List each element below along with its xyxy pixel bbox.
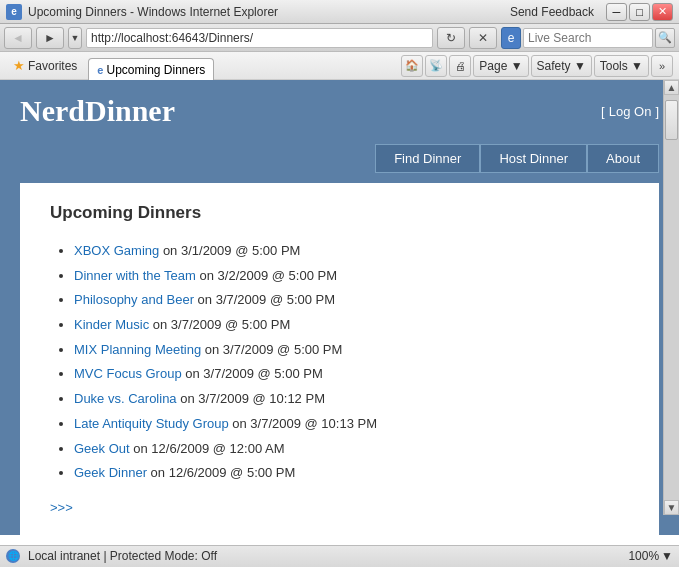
site-header: NerdDinner [ Log On ] [0, 80, 679, 138]
star-icon: ★ [13, 58, 25, 73]
scroll-track[interactable] [664, 95, 679, 500]
list-item: Geek Dinner on 12/6/2009 @ 5:00 PM [74, 461, 629, 486]
list-item: MVC Focus Group on 3/7/2009 @ 5:00 PM [74, 362, 629, 387]
search-input[interactable] [523, 28, 653, 48]
home-button[interactable]: 🏠 [401, 55, 423, 77]
section-title: Upcoming Dinners [50, 203, 629, 223]
page-wrapper: NerdDinner [ Log On ] Find Dinner Host D… [0, 80, 679, 535]
dinner-detail: on 3/7/2009 @ 10:12 PM [177, 391, 325, 406]
title-bar: e Upcoming Dinners - Windows Internet Ex… [0, 0, 679, 24]
tab-label: Upcoming Dinners [106, 63, 205, 77]
bracket-left: [ [601, 104, 605, 119]
bracket-right: ] [655, 104, 659, 119]
toolbar-row: ★ Favorites e Upcoming Dinners 🏠 📡 🖨 Pag… [0, 52, 679, 80]
status-text: Local intranet | Protected Mode: Off [28, 549, 217, 563]
dinner-list: XBOX Gaming on 3/1/2009 @ 5:00 PMDinner … [50, 239, 629, 486]
send-feedback-link[interactable]: Send Feedback [510, 5, 594, 19]
header-right: [ Log On ] [601, 104, 659, 119]
page-menu-button[interactable]: Page ▼ [473, 55, 528, 77]
browser-icon: e [6, 4, 22, 20]
tab-row: e Upcoming Dinners [88, 52, 397, 79]
more-tools-button[interactable]: » [651, 55, 673, 77]
favorites-label: Favorites [28, 59, 77, 73]
active-tab[interactable]: e Upcoming Dinners [88, 58, 214, 80]
dinner-detail: on 3/7/2009 @ 10:13 PM [229, 416, 377, 431]
forward-button[interactable]: ► [36, 27, 64, 49]
search-button[interactable]: 🔍 [655, 28, 675, 48]
list-item: MIX Planning Meeting on 3/7/2009 @ 5:00 … [74, 338, 629, 363]
address-input[interactable] [86, 28, 433, 48]
list-item: Philosophy and Beer on 3/7/2009 @ 5:00 P… [74, 288, 629, 313]
dinner-detail: on 3/7/2009 @ 5:00 PM [201, 342, 342, 357]
dinner-link[interactable]: Philosophy and Beer [74, 292, 194, 307]
dinner-link[interactable]: Geek Dinner [74, 465, 147, 480]
scroll-thumb[interactable] [665, 100, 678, 140]
zoom-level: 100% [628, 549, 659, 563]
search-container: e 🔍 [501, 27, 675, 49]
rss-button[interactable]: 📡 [425, 55, 447, 77]
dinner-detail: on 12/6/2009 @ 5:00 PM [147, 465, 295, 480]
scrollbar[interactable]: ▲ ▼ [663, 80, 679, 515]
back-button[interactable]: ◄ [4, 27, 32, 49]
restore-button[interactable]: □ [629, 3, 650, 21]
list-item: Dinner with the Team on 3/2/2009 @ 5:00 … [74, 264, 629, 289]
refresh-button[interactable]: ↻ [437, 27, 465, 49]
dinner-detail: on 3/7/2009 @ 5:00 PM [182, 366, 323, 381]
scroll-up-button[interactable]: ▲ [664, 80, 679, 95]
favorites-button[interactable]: ★ Favorites [6, 55, 84, 77]
dinner-link[interactable]: Geek Out [74, 441, 130, 456]
toolbar-icons: 🏠 📡 🖨 Page ▼ Safety ▼ Tools ▼ » [401, 55, 673, 77]
close-button[interactable]: ✕ [652, 3, 673, 21]
host-dinner-nav[interactable]: Host Dinner [480, 144, 587, 173]
more-link[interactable]: >>> [50, 500, 629, 515]
stop-button[interactable]: ✕ [469, 27, 497, 49]
zoom-control[interactable]: 100% ▼ [628, 549, 673, 563]
tools-menu-button[interactable]: Tools ▼ [594, 55, 649, 77]
safety-menu-button[interactable]: Safety ▼ [531, 55, 592, 77]
dinner-detail: on 3/7/2009 @ 5:00 PM [149, 317, 290, 332]
dinner-link[interactable]: Duke vs. Carolina [74, 391, 177, 406]
content-area: Upcoming Dinners XBOX Gaming on 3/1/2009… [20, 183, 659, 535]
dinner-detail: on 3/1/2009 @ 5:00 PM [159, 243, 300, 258]
dinner-link[interactable]: Dinner with the Team [74, 268, 196, 283]
dinner-link[interactable]: MVC Focus Group [74, 366, 182, 381]
window-controls: ─ □ ✕ [606, 3, 673, 21]
scroll-down-button[interactable]: ▼ [664, 500, 679, 515]
dropdown-button[interactable]: ▼ [68, 27, 82, 49]
dinner-link[interactable]: MIX Planning Meeting [74, 342, 201, 357]
dinner-detail: on 3/7/2009 @ 5:00 PM [194, 292, 335, 307]
window-title: Upcoming Dinners - Windows Internet Expl… [28, 5, 504, 19]
status-bar: 🌐 Local intranet | Protected Mode: Off 1… [0, 545, 679, 567]
list-item: Geek Out on 12/6/2009 @ 12:00 AM [74, 437, 629, 462]
site-title: NerdDinner [20, 94, 175, 128]
dinner-link[interactable]: Late Antiquity Study Group [74, 416, 229, 431]
list-item: Duke vs. Carolina on 3/7/2009 @ 10:12 PM [74, 387, 629, 412]
nav-bar: Find Dinner Host Dinner About [0, 138, 679, 173]
list-item: Late Antiquity Study Group on 3/7/2009 @… [74, 412, 629, 437]
address-bar: ◄ ► ▼ ↻ ✕ e 🔍 [0, 24, 679, 52]
tab-ie-icon: e [97, 64, 103, 76]
list-item: XBOX Gaming on 3/1/2009 @ 5:00 PM [74, 239, 629, 264]
print-button[interactable]: 🖨 [449, 55, 471, 77]
zoom-dropdown-icon: ▼ [661, 549, 673, 563]
dinner-detail: on 12/6/2009 @ 12:00 AM [130, 441, 285, 456]
logon-link[interactable]: Log On [609, 104, 652, 119]
status-icon: 🌐 [6, 549, 20, 563]
minimize-button[interactable]: ─ [606, 3, 627, 21]
about-nav[interactable]: About [587, 144, 659, 173]
find-dinner-nav[interactable]: Find Dinner [375, 144, 480, 173]
dinner-detail: on 3/2/2009 @ 5:00 PM [196, 268, 337, 283]
search-engine-icon: e [501, 27, 521, 49]
dinner-link[interactable]: Kinder Music [74, 317, 149, 332]
list-item: Kinder Music on 3/7/2009 @ 5:00 PM [74, 313, 629, 338]
dinner-link[interactable]: XBOX Gaming [74, 243, 159, 258]
